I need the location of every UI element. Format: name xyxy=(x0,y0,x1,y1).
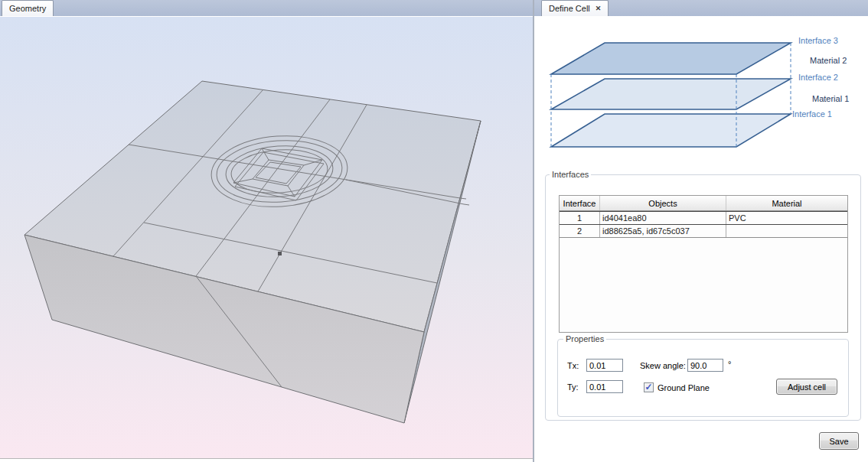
skew-angle-input[interactable] xyxy=(687,359,723,372)
diagram-label-material-1: Material 1 xyxy=(812,94,849,103)
viewport-footer xyxy=(0,458,533,462)
tab-geometry-label: Geometry xyxy=(9,4,46,13)
interfaces-table: Interface Objects Material 1 id4041ea80 … xyxy=(559,195,848,333)
interfaces-groupbox-title: Interfaces xyxy=(550,170,591,179)
check-icon: ✓ xyxy=(644,382,652,392)
ty-label: Ty: xyxy=(567,382,579,392)
cell-interface[interactable]: 2 xyxy=(560,225,600,237)
diagram-label-interface-3: Interface 3 xyxy=(798,36,838,45)
ground-plane-checkbox[interactable]: ✓ xyxy=(644,382,654,392)
save-button[interactable]: Save xyxy=(819,432,859,450)
properties-groupbox-title: Properties xyxy=(563,334,606,343)
properties-groupbox xyxy=(557,339,849,417)
diagram-label-material-2: Material 2 xyxy=(810,56,847,65)
cell-material[interactable] xyxy=(726,225,847,237)
adjust-cell-button[interactable]: Adjust cell xyxy=(776,379,837,395)
tab-geometry[interactable]: Geometry xyxy=(2,0,54,16)
ty-input[interactable] xyxy=(586,380,623,393)
interfaces-table-header: Interface Objects Material xyxy=(560,196,847,211)
skew-angle-label: Skew angle: xyxy=(640,361,686,370)
column-header-material[interactable]: Material xyxy=(726,196,847,210)
application-window: Geometry xyxy=(0,0,868,462)
ground-plane-label: Ground Plane xyxy=(658,383,710,392)
column-header-interface[interactable]: Interface xyxy=(560,196,600,210)
table-row-1[interactable]: 1 id4041ea80 PVC xyxy=(560,211,847,225)
layer-interface-1 xyxy=(551,114,791,147)
layer-interface-3 xyxy=(551,43,791,74)
left-tab-bar: Geometry xyxy=(0,0,533,16)
diagram-label-interface-2: Interface 2 xyxy=(798,73,838,82)
layer-stack-diagram xyxy=(536,31,857,157)
degree-symbol: ° xyxy=(728,360,731,369)
tx-input[interactable] xyxy=(586,359,623,372)
tab-define-cell-label: Define Cell xyxy=(549,4,590,13)
tab-define-cell[interactable]: Define Cell ✕ xyxy=(541,0,609,16)
cell-objects[interactable]: id88625a5, id67c5c037 xyxy=(600,225,726,237)
layer-stack xyxy=(551,43,791,147)
selection-point-marker[interactable] xyxy=(278,252,282,255)
cell-objects[interactable]: id4041ea80 xyxy=(600,212,726,224)
table-row-2[interactable]: 2 id88625a5, id67c5c037 xyxy=(560,225,847,238)
right-tab-bar: Define Cell ✕ xyxy=(534,0,868,16)
tx-label: Tx: xyxy=(567,361,579,370)
column-header-objects[interactable]: Objects xyxy=(600,196,726,210)
geometry-viewport[interactable] xyxy=(0,17,533,458)
layer-interface-2 xyxy=(551,79,791,109)
close-icon[interactable]: ✕ xyxy=(596,5,602,12)
cell-material[interactable]: PVC xyxy=(726,212,847,224)
diagram-label-interface-1: Interface 1 xyxy=(792,109,832,119)
cell-interface[interactable]: 1 xyxy=(560,212,600,224)
